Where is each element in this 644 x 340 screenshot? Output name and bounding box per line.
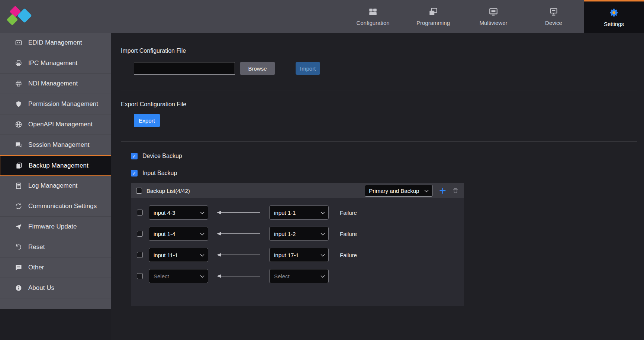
sidebar-item-label: OpenAPI Management <box>28 121 93 128</box>
input-backup-row: Input Backup <box>131 170 644 177</box>
backup-input-select[interactable]: Select <box>269 269 329 283</box>
app-logo <box>0 0 52 33</box>
backup-input-select[interactable]: input 17-1 <box>269 248 329 262</box>
sidebar-item-label: Session Management <box>28 141 89 149</box>
import-section-title: Import Configuration File <box>121 48 644 54</box>
primary-input-select[interactable]: input 4-3 <box>149 205 208 220</box>
chevron-down-icon <box>200 233 205 236</box>
sidebar-item-permission-management[interactable]: Permission Management <box>0 94 111 114</box>
tab-label: Settings <box>604 21 624 27</box>
shield-icon <box>15 100 22 108</box>
sidebar-item-label: Communication Settings <box>28 203 97 210</box>
export-section-title: Export Configuration File <box>121 101 644 108</box>
chevron-down-icon <box>321 254 325 257</box>
topbar: Configuration Programming Multiviewer <box>0 0 644 33</box>
input-backup-checkbox[interactable] <box>131 170 138 177</box>
backup-input-value: input 17-1 <box>274 252 299 258</box>
chevron-down-icon <box>200 211 205 214</box>
ellipsis-bubble-icon <box>15 264 22 271</box>
info-icon <box>15 284 22 292</box>
main-nav: Configuration Programming Multiviewer <box>343 0 644 33</box>
row-checkbox[interactable] <box>137 252 143 258</box>
sidebar-item-backup-management[interactable]: Backup Management <box>0 155 111 176</box>
backup-mode-select[interactable]: Primary and Backup <box>365 185 432 197</box>
divider <box>121 141 637 142</box>
file-path-input[interactable] <box>134 62 235 75</box>
sidebar-item-ipc-management[interactable]: IPC Management <box>0 53 111 74</box>
tab-label: Programming <box>416 20 450 26</box>
globe-icon <box>15 121 22 128</box>
sidebar-item-label: Reset <box>28 243 45 251</box>
tab-multiviewer[interactable]: Multiviewer <box>463 0 524 33</box>
rocket-icon <box>15 223 22 230</box>
primary-input-select[interactable]: input 11-1 <box>149 248 208 262</box>
sidebar-item-log-management[interactable]: Log Management <box>0 176 111 196</box>
add-backup-button[interactable]: + <box>439 186 446 195</box>
ipc-printer-icon <box>15 59 22 67</box>
export-button[interactable]: Export <box>134 114 160 127</box>
backup-input-select[interactable]: input 1-2 <box>269 227 329 241</box>
row-checkbox[interactable] <box>137 231 143 237</box>
backup-list-panel: Backup List(4/42) Primary and Backup + <box>131 183 464 306</box>
sidebar-item-label: Firmware Update <box>28 223 77 230</box>
backup-list-header: Backup List(4/42) Primary and Backup + <box>131 183 464 198</box>
log-document-icon <box>15 182 22 190</box>
backup-list-body: input 4-3 input 1-1 Failure <box>131 198 464 306</box>
primary-input-select[interactable]: input 1-4 <box>149 227 208 241</box>
sidebar: EDID Management IPC Management NDI Manag… <box>0 33 111 309</box>
row-checkbox[interactable] <box>137 210 143 216</box>
backup-row: Select Select <box>137 269 464 283</box>
tab-label: Device <box>545 20 562 26</box>
backup-mode-value: Primary and Backup <box>369 188 419 194</box>
tab-device[interactable]: Device <box>524 0 584 33</box>
sidebar-item-label: Backup Management <box>29 162 88 169</box>
import-button[interactable]: Import <box>296 62 320 75</box>
sidebar-item-reset[interactable]: Reset <box>0 237 111 258</box>
divider <box>121 91 637 91</box>
backup-status: Failure <box>340 252 362 258</box>
tab-label: Multiviewer <box>479 20 507 26</box>
backup-direction-arrow-icon <box>216 274 261 278</box>
primary-input-select[interactable]: Select <box>149 269 208 283</box>
chevron-down-icon <box>200 254 205 257</box>
import-file-row: Browse Import <box>134 62 644 75</box>
backup-row: input 11-1 input 17-1 Failure <box>137 248 464 262</box>
device-backup-checkbox[interactable] <box>131 153 138 159</box>
tab-configuration[interactable]: Configuration <box>343 0 403 33</box>
primary-input-value: Select <box>154 273 169 279</box>
sidebar-item-firmware-update[interactable]: Firmware Update <box>0 217 111 237</box>
sidebar-item-about-us[interactable]: About Us <box>0 278 111 298</box>
sidebar-item-communication-settings[interactable]: Communication Settings <box>0 196 111 217</box>
backup-input-select[interactable]: input 1-1 <box>269 205 329 220</box>
backup-list-select-all-checkbox[interactable] <box>136 188 142 194</box>
chat-bubbles-icon <box>15 141 22 149</box>
device-backup-row: Device Backup <box>131 153 644 159</box>
sidebar-item-label: Permission Management <box>28 100 98 108</box>
sidebar-item-edid-management[interactable]: EDID Management <box>0 33 111 53</box>
main-content: Import Configuration File Browse Import … <box>111 33 644 340</box>
sidebar-item-session-management[interactable]: Session Management <box>0 135 111 155</box>
backup-row: input 4-3 input 1-1 Failure <box>137 205 464 220</box>
delete-backup-button[interactable] <box>452 187 459 194</box>
sidebar-item-label: NDI Management <box>28 80 78 87</box>
chevron-down-icon <box>200 275 205 278</box>
copy-icon <box>15 162 23 169</box>
device-icon <box>549 7 558 17</box>
backup-input-value: input 1-2 <box>274 231 296 237</box>
sidebar-item-openapi-management[interactable]: OpenAPI Management <box>0 114 111 135</box>
backup-direction-arrow-icon <box>216 210 261 215</box>
ndi-printer-icon <box>15 80 22 87</box>
settings-gear-icon <box>609 7 619 18</box>
tab-settings[interactable]: Settings <box>584 0 644 33</box>
programming-icon <box>428 7 438 17</box>
sidebar-item-label: Log Management <box>28 182 77 190</box>
chevron-down-icon <box>321 211 325 214</box>
sidebar-item-ndi-management[interactable]: NDI Management <box>0 74 111 94</box>
browse-button[interactable]: Browse <box>240 62 275 75</box>
sidebar-item-other[interactable]: Other <box>0 258 111 278</box>
tab-programming[interactable]: Programming <box>403 0 463 33</box>
row-checkbox[interactable] <box>137 273 143 279</box>
reset-arrow-icon <box>15 243 22 251</box>
sidebar-item-label: Other <box>28 264 44 271</box>
backup-input-value: input 1-1 <box>274 210 296 216</box>
